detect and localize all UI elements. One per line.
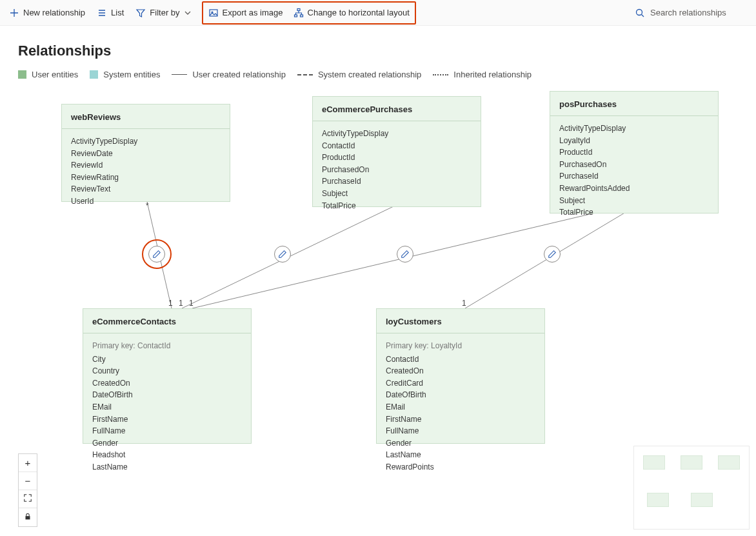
minimap-node: [691, 493, 713, 507]
solid-line-icon: [172, 74, 187, 75]
svg-rect-4: [300, 15, 303, 17]
pencil-icon: [401, 250, 410, 259]
entity-title: eCommerceContacts: [83, 309, 251, 333]
pencil-icon: [278, 250, 287, 259]
image-icon: [208, 8, 219, 18]
entity-title: loyCustomers: [377, 309, 544, 333]
entity-card-pospurchases[interactable]: posPurchases ActivityTypeDisplay Loyalty…: [550, 91, 719, 213]
legend: User entities System entities User creat…: [0, 59, 756, 79]
entity-fields: ActivityTypeDisplay LoyaltyId ProductId …: [550, 116, 718, 226]
system-entities-swatch: [90, 70, 98, 79]
lock-icon: [23, 512, 32, 521]
search-icon: [635, 8, 645, 18]
minimap-node: [647, 493, 669, 507]
edit-relationship-button[interactable]: [148, 246, 165, 263]
svg-rect-3: [294, 15, 297, 17]
legend-system-entities: System entities: [90, 70, 160, 79]
minimap-node: [643, 455, 665, 470]
list-label: List: [111, 8, 124, 17]
entity-card-ecommercecontacts[interactable]: eCommerceContacts Primary key: ContactId…: [83, 308, 252, 444]
search-input[interactable]: [649, 7, 746, 18]
new-relationship-button[interactable]: New relationship: [4, 3, 90, 23]
svg-rect-10: [26, 516, 30, 519]
search-wrap[interactable]: [632, 7, 752, 18]
zoom-out-button[interactable]: −: [19, 472, 37, 490]
entity-title: webReviews: [62, 104, 230, 129]
entity-card-webreviews[interactable]: webReviews ActivityTypeDisplay ReviewDat…: [61, 104, 230, 202]
export-as-image-button[interactable]: Export as image: [203, 3, 288, 23]
entity-card-loycustomers[interactable]: loyCustomers Primary key: LoyaltyId Cont…: [376, 308, 545, 444]
minimap-node: [718, 455, 740, 470]
cardinality-mark: 1: [179, 299, 183, 308]
page-title: Relationships: [0, 26, 756, 59]
entity-title: eCommercePurchases: [313, 97, 481, 121]
edit-relationship-button[interactable]: [397, 246, 413, 263]
zoom-in-button[interactable]: +: [19, 454, 37, 472]
entity-title: posPurchases: [550, 92, 718, 116]
new-relationship-label: New relationship: [23, 8, 85, 17]
svg-rect-2: [297, 8, 300, 10]
pencil-icon: [548, 250, 557, 259]
minimap-node: [681, 455, 702, 470]
legend-system-rel: System created relationship: [297, 70, 421, 79]
cardinality-mark: 1: [462, 299, 466, 308]
entity-fields: Primary key: ContactId City Country Crea…: [83, 333, 251, 481]
svg-rect-0: [210, 10, 217, 16]
filter-by-label: Filter by: [150, 8, 179, 17]
fullscreen-icon: [23, 493, 32, 502]
minimap[interactable]: [633, 446, 750, 530]
dash-line-icon: [297, 74, 313, 75]
legend-user-entities: User entities: [18, 70, 78, 79]
cardinality-mark: 1: [168, 299, 173, 308]
cardinality-mark: 1: [189, 299, 194, 308]
export-as-image-label: Export as image: [223, 8, 283, 17]
edit-relationship-button[interactable]: [544, 246, 561, 263]
chevron-down-icon: [183, 8, 193, 18]
legend-user-rel: User created relationship: [172, 70, 286, 79]
entity-fields: ActivityTypeDisplay ContactId ProductId …: [313, 121, 481, 219]
svg-point-5: [637, 9, 642, 15]
change-layout-label: Change to horizontal layout: [308, 8, 410, 17]
filter-by-button[interactable]: Filter by: [130, 3, 197, 23]
layout-icon: [293, 8, 304, 18]
pencil-icon: [152, 250, 161, 259]
change-layout-button[interactable]: Change to horizontal layout: [288, 3, 415, 23]
lock-view-button[interactable]: [19, 508, 37, 526]
edit-relationship-button[interactable]: [274, 246, 291, 263]
entity-fields: Primary key: LoyaltyId ContactId Created…: [377, 333, 544, 481]
filter-icon: [135, 8, 146, 18]
toolbar-highlight-box: Export as image Change to horizontal lay…: [202, 1, 416, 25]
list-icon: [97, 8, 107, 18]
plus-icon: [9, 8, 19, 18]
fit-to-screen-button[interactable]: [19, 490, 37, 508]
list-button[interactable]: List: [92, 3, 129, 23]
entity-card-ecommercepurchases[interactable]: eCommercePurchases ActivityTypeDisplay C…: [312, 96, 481, 207]
dot-line-icon: [433, 74, 448, 75]
entity-fields: ActivityTypeDisplay ReviewDate ReviewId …: [62, 129, 230, 215]
zoom-controls: + −: [18, 453, 37, 527]
legend-inherited-rel: Inherited relationship: [433, 70, 532, 79]
user-entities-swatch: [18, 70, 26, 79]
toolbar: New relationship List Filter by Export a…: [0, 0, 756, 26]
